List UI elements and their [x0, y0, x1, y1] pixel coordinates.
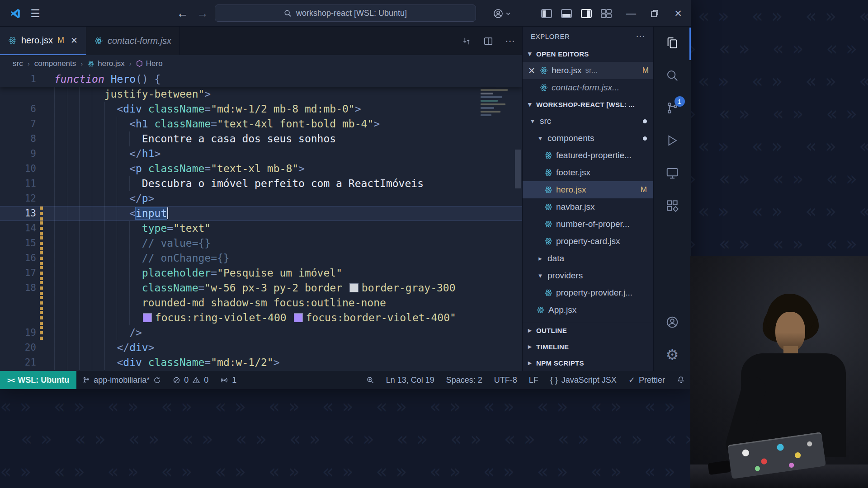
- code-line[interactable]: 17placeholder="Pesquise um imóvel": [0, 266, 522, 281]
- accounts-icon[interactable]: [654, 306, 691, 338]
- account-icon[interactable]: [489, 0, 514, 27]
- code-line[interactable]: 14type="text": [0, 221, 522, 236]
- line-number[interactable]: 15: [0, 236, 36, 251]
- formatter-status[interactable]: ✓ Prettier: [623, 371, 671, 389]
- source-control-view-icon[interactable]: 1: [654, 92, 691, 124]
- ports-status[interactable]: 1: [214, 371, 242, 389]
- line-number[interactable]: 12: [0, 191, 36, 206]
- indentation-status[interactable]: Spaces: 2: [440, 371, 488, 389]
- section-open-editors[interactable]: ▾ OPEN EDITORS: [523, 46, 653, 62]
- tree-item-src[interactable]: ▾src: [523, 113, 653, 130]
- menu-hamburger-icon[interactable]: ☰: [26, 0, 44, 27]
- tree-item-app-jsx[interactable]: App.jsx: [523, 301, 653, 319]
- tree-item-property-card-jsx[interactable]: property-card.jsx: [523, 233, 653, 250]
- sticky-scroll-line[interactable]: 1function Hero() {: [0, 72, 522, 87]
- more-actions-icon[interactable]: ⋯: [505, 35, 515, 47]
- tree-item-number-of-proper-[interactable]: number-of-proper...: [523, 216, 653, 233]
- code-line[interactable]: 10<p className="text-xl mb-8">: [0, 161, 522, 176]
- breadcrumb-hero-symbol[interactable]: Hero: [136, 59, 163, 68]
- git-branch-status[interactable]: app-imobiliaria*: [76, 371, 167, 389]
- code-line[interactable]: 16// onChange={}: [0, 251, 522, 266]
- tree-item-providers[interactable]: ▾providers: [523, 267, 653, 284]
- code-line[interactable]: 12</p>: [0, 191, 522, 206]
- code-line[interactable]: 15// value={}: [0, 236, 522, 251]
- tree-item-footer-jsx[interactable]: footer.jsx: [523, 164, 653, 181]
- forward-icon[interactable]: →: [193, 0, 212, 27]
- tab-contact-form-jsx[interactable]: contact-form.jsx: [86, 27, 180, 55]
- line-number[interactable]: 21: [0, 355, 36, 370]
- restore-button[interactable]: [644, 0, 665, 27]
- tree-item-property-provider-j-[interactable]: property-provider.j...: [523, 284, 653, 301]
- remote-explorer-view-icon[interactable]: [654, 157, 691, 189]
- code-line[interactable]: focus:ring-violet-400 focus:border-viole…: [0, 310, 522, 325]
- code-line[interactable]: 6<div className="md:w-1/2 mb-8 md:mb-0">: [0, 102, 522, 117]
- code-line[interactable]: 19/>: [0, 325, 522, 340]
- tree-item-data[interactable]: ▸data: [523, 250, 653, 267]
- code-line[interactable]: rounded-md shadow-sm focus:outline-none: [0, 296, 522, 310]
- line-number[interactable]: 16: [0, 251, 36, 266]
- problems-status[interactable]: 0 0: [167, 371, 214, 389]
- breadcrumb-src[interactable]: src: [13, 59, 23, 68]
- tree-item-navbar-jsx[interactable]: navbar.jsx: [523, 198, 653, 216]
- settings-gear-icon[interactable]: ⚙: [654, 338, 691, 371]
- minimize-button[interactable]: —: [620, 0, 642, 27]
- section-timeline[interactable]: ▸ TIMELINE: [523, 338, 653, 355]
- code-line[interactable]: 7<h1 className="text-4xl font-bold mb-4"…: [0, 117, 522, 131]
- code-line[interactable]: 11Descubra o imóvel perfeito com a React…: [0, 176, 522, 191]
- line-number[interactable]: 1: [0, 72, 36, 87]
- search-view-icon[interactable]: [654, 59, 691, 92]
- section-workspace[interactable]: ▾ WORKSHOP-REACT [WSL: ...: [523, 96, 653, 113]
- line-number[interactable]: 10: [0, 161, 36, 176]
- close-tab-icon[interactable]: ✕: [71, 35, 78, 46]
- line-number[interactable]: 13: [0, 206, 36, 221]
- explorer-view-icon[interactable]: [654, 27, 691, 59]
- cursor-position[interactable]: Ln 13, Col 19: [380, 371, 440, 389]
- line-number[interactable]: 8: [0, 131, 36, 146]
- editor-scrollbar[interactable]: [515, 150, 521, 188]
- split-editor-icon[interactable]: [483, 36, 493, 46]
- code-line[interactable]: 8Encontre a casa dos seus sonhos: [0, 131, 522, 146]
- section-npm-scripts[interactable]: ▸ NPM SCRIPTS: [523, 355, 653, 371]
- tree-item-hero-jsx[interactable]: hero.jsxM: [523, 181, 653, 198]
- line-number[interactable]: 17: [0, 266, 36, 281]
- code-line[interactable]: 1function Hero() {: [0, 72, 522, 87]
- close-window-button[interactable]: ✕: [667, 0, 689, 27]
- zoom-status[interactable]: [360, 371, 380, 389]
- notifications-bell[interactable]: [671, 371, 691, 389]
- tree-item-featured-propertie-[interactable]: featured-propertie...: [523, 147, 653, 164]
- code-line[interactable]: justify-between">: [0, 87, 522, 102]
- section-outline[interactable]: ▸ OUTLINE: [523, 322, 653, 338]
- open-editor-item[interactable]: contact-form.jsx...: [523, 79, 653, 96]
- back-icon[interactable]: ←: [174, 0, 192, 27]
- language-mode[interactable]: { } JavaScript JSX: [544, 371, 623, 389]
- line-number[interactable]: 19: [0, 325, 36, 340]
- line-number[interactable]: 20: [0, 340, 36, 355]
- tree-item-components[interactable]: ▾components: [523, 130, 653, 147]
- code-line[interactable]: 21<div className="md:w-1/2">: [0, 355, 522, 370]
- encoding-status[interactable]: UTF-8: [488, 371, 523, 389]
- code-line[interactable]: 13<input: [0, 206, 522, 221]
- toggle-secondary-sidebar-icon[interactable]: [577, 0, 596, 27]
- line-number[interactable]: 7: [0, 117, 36, 131]
- line-number[interactable]: 14: [0, 221, 36, 236]
- breadcrumb-components[interactable]: components: [34, 59, 76, 68]
- toggle-primary-sidebar-icon[interactable]: [537, 0, 556, 27]
- code-line[interactable]: 9</h1>: [0, 146, 522, 161]
- line-number[interactable]: 9: [0, 146, 36, 161]
- code-editor[interactable]: 1function Hero() { justify-between">6<di…: [0, 72, 522, 371]
- command-center-search[interactable]: workshop-react [WSL: Ubuntu]: [215, 5, 476, 22]
- code-line[interactable]: 20</div>: [0, 340, 522, 355]
- line-number[interactable]: 6: [0, 102, 36, 117]
- explorer-more-actions-icon[interactable]: ⋯: [636, 31, 645, 42]
- eol-status[interactable]: LF: [523, 371, 544, 389]
- extensions-view-icon[interactable]: [654, 189, 691, 222]
- remote-indicator[interactable]: >< WSL: Ubuntu: [0, 371, 76, 389]
- customize-layout-icon[interactable]: [597, 0, 616, 27]
- open-changes-icon[interactable]: [462, 36, 472, 46]
- code-line[interactable]: 18className="w-56 px-3 py-2 border borde…: [0, 281, 522, 296]
- line-number[interactable]: 11: [0, 176, 36, 191]
- close-editor-icon[interactable]: ✕: [528, 66, 536, 76]
- open-editor-item[interactable]: ✕hero.jsxsr...M: [523, 62, 653, 79]
- breadcrumb-hero-jsx[interactable]: hero.jsx: [87, 59, 125, 68]
- tab-hero-jsx[interactable]: hero.jsx M ✕: [0, 27, 86, 55]
